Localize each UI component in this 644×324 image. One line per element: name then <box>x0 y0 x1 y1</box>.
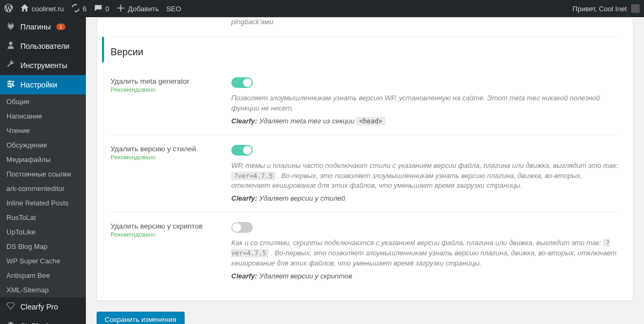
setting-title: Удалить версию у скриптов <box>111 222 221 230</box>
submenu-item[interactable]: Antispam Bee <box>0 268 86 283</box>
wp-logo[interactable] <box>4 4 13 14</box>
menu-item-настройки[interactable]: Настройки <box>0 75 86 94</box>
submenu-item[interactable]: XML-Sitemap <box>0 283 86 297</box>
setting-row: Удалить версию у стилей Рекомендовано WP… <box>111 135 619 212</box>
intro-text: pingback'ами. <box>111 18 619 31</box>
recommended-label: Рекомендовано <box>111 86 221 93</box>
greeting[interactable]: Привет, Cool Inet <box>573 5 627 13</box>
updates-link[interactable]: 6 <box>71 4 86 14</box>
recommended-label: Рекомендовано <box>111 231 221 238</box>
setting-action: Clearfy: Удаляет meta тег из секции <hea… <box>231 117 619 125</box>
menu-label: SL Plugins <box>20 322 56 324</box>
toggle-switch[interactable] <box>231 77 253 88</box>
settings-panel: pingback'ами. Версии Удалить meta genera… <box>97 17 633 301</box>
admin-bar: coolinet.ru 6 0 Добавить SEO Привет, Coo… <box>0 0 644 17</box>
content-area: pingback'ами. Версии Удалить meta genera… <box>86 17 644 324</box>
comments-link[interactable]: 0 <box>94 4 109 14</box>
refresh-icon <box>71 4 80 14</box>
setting-desc: Как и со стилями, скрипты подключаются с… <box>231 238 619 269</box>
plus-icon <box>116 4 125 14</box>
code-snippet: ?ver=4.7.5 <box>231 172 275 180</box>
add-new-link[interactable]: Добавить <box>116 4 158 14</box>
admin-sidebar: Плагины1 Пользователи Инструменты Настро… <box>0 17 86 324</box>
svg-rect-2 <box>12 81 14 82</box>
submenu-item[interactable]: ark-commenteditor <box>0 181 86 196</box>
settings-submenu: ОбщиеНаписаниеЧтениеОбсуждениеМедиафайлы… <box>0 94 86 297</box>
home-icon <box>20 4 29 14</box>
toggle-switch[interactable] <box>231 222 253 233</box>
seo-link[interactable]: SEO <box>166 5 181 13</box>
submenu-item[interactable]: Написание <box>0 109 86 123</box>
svg-rect-6 <box>10 85 11 86</box>
site-name-link[interactable]: coolinet.ru <box>20 4 64 14</box>
submenu-item[interactable]: Постоянные ссылки <box>0 167 86 181</box>
setting-row: Удалить meta generator Рекомендовано Поз… <box>111 68 619 135</box>
setting-title: Удалить версию у стилей <box>111 145 221 153</box>
submenu-item[interactable]: WP Super Cache <box>0 254 86 268</box>
menu-item-clearfy-pro[interactable]: Clearfy Pro <box>0 297 86 316</box>
submenu-item[interactable]: UpToLike <box>0 225 86 239</box>
svg-rect-3 <box>8 83 12 84</box>
submenu-item[interactable]: Общие <box>0 94 86 109</box>
menu-label: Пользователи <box>20 42 69 50</box>
menu-label: Плагины <box>20 23 51 31</box>
menu-label: Clearfy Pro <box>20 303 58 311</box>
submenu-item[interactable]: RusToLat <box>0 210 86 225</box>
svg-rect-5 <box>8 85 9 86</box>
setting-row: Удалить версию у скриптов Рекомендовано … <box>111 212 619 290</box>
user-icon <box>5 41 16 51</box>
menu-item-пользователи[interactable]: Пользователи <box>0 36 86 56</box>
setting-action: Clearfy: Удаляет версии у стилей <box>231 194 619 202</box>
toggle-switch[interactable] <box>231 145 253 156</box>
save-button[interactable]: Сохранить изменения <box>97 312 185 324</box>
svg-rect-1 <box>10 80 11 82</box>
svg-rect-0 <box>8 81 9 82</box>
menu-label: Инструменты <box>20 61 67 70</box>
submenu-item[interactable]: Inline Related Posts <box>0 196 86 210</box>
comment-icon <box>94 4 103 14</box>
code-snippet: ?ver=4.7.5 <box>231 239 610 257</box>
setting-title: Удалить meta generator <box>111 77 221 85</box>
submenu-item[interactable]: Обсуждение <box>0 138 86 152</box>
submenu-item[interactable]: Чтение <box>0 123 86 138</box>
seo-label: SEO <box>166 5 181 13</box>
menu-label: Настройки <box>20 80 57 89</box>
menu-item-инструменты[interactable]: Инструменты <box>0 56 86 75</box>
sliders-icon <box>5 79 16 90</box>
submenu-item[interactable]: Медиафайлы <box>0 152 86 167</box>
updates-count: 6 <box>83 5 86 13</box>
recommended-label: Рекомендовано <box>111 154 221 160</box>
code-snippet: <head> <box>356 117 385 126</box>
submenu-item[interactable]: DS Blog Map <box>0 239 86 254</box>
menu-item-sl-plugins[interactable]: SL Plugins <box>0 316 86 324</box>
menu-badge: 1 <box>56 24 65 30</box>
section-title: Версии <box>102 37 619 62</box>
svg-rect-7 <box>12 85 14 86</box>
wordpress-icon <box>4 4 13 14</box>
comments-count: 0 <box>105 5 109 13</box>
site-name: coolinet.ru <box>32 5 64 13</box>
plug-icon <box>5 21 16 32</box>
add-label: Добавить <box>128 5 158 13</box>
avatar[interactable] <box>631 4 640 13</box>
setting-action: Clearfy: Удаляет версии у скриптов <box>231 272 619 280</box>
gear-icon <box>5 321 16 324</box>
svg-rect-4 <box>12 83 13 84</box>
wrench-icon <box>5 60 16 71</box>
menu-item-плагины[interactable]: Плагины1 <box>0 17 86 36</box>
diamond-icon <box>5 301 16 312</box>
setting-desc: WP, темы и плагины часто подключают стил… <box>231 161 619 192</box>
setting-desc: Позволяет злоумышленникам узнать версию … <box>231 93 619 114</box>
